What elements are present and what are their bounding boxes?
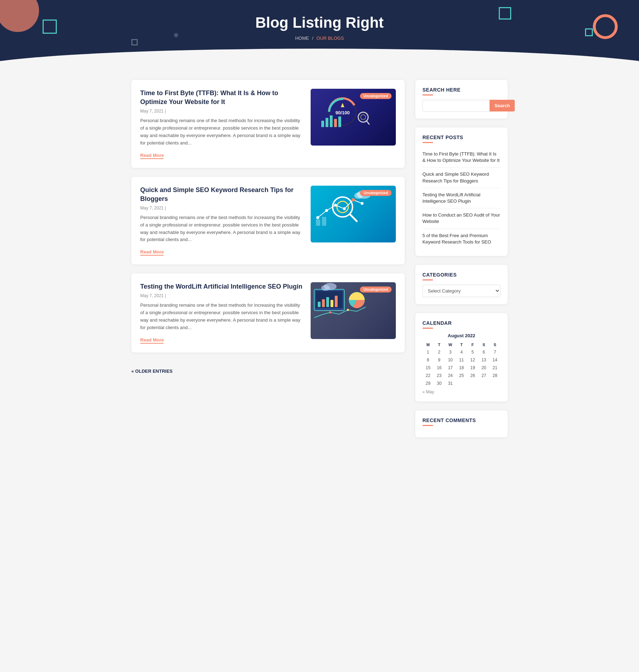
- post-1-read-more[interactable]: Read More: [140, 153, 164, 159]
- calendar-cell[interactable]: 29: [422, 379, 433, 387]
- calendar-cell[interactable]: 6: [478, 348, 489, 356]
- calendar-row: 22232425262728: [422, 372, 501, 379]
- calendar-cell[interactable]: 10: [445, 356, 456, 364]
- calendar-nav: « May: [422, 389, 501, 394]
- recent-post-link[interactable]: How to Conduct an SEO Audit of Your Webs…: [422, 212, 500, 224]
- post-1-excerpt: Personal branding remains one of the bes…: [140, 117, 304, 147]
- calendar-cell[interactable]: 15: [422, 364, 433, 372]
- calendar-cell[interactable]: 20: [478, 364, 489, 372]
- calendar-cell[interactable]: 4: [456, 348, 467, 356]
- page-title: Blog Listing Right: [0, 14, 639, 31]
- calendar-title: CALENDAR: [422, 320, 501, 329]
- calendar-cell: [467, 379, 478, 387]
- calendar-cell[interactable]: 7: [490, 348, 501, 356]
- recent-posts-list: Time to First Byte (TTFB): What It Is & …: [422, 147, 501, 249]
- calendar-cell[interactable]: 24: [445, 372, 456, 379]
- hero-header: Blog Listing Right HOME / OUR BLOGS: [0, 0, 639, 69]
- post-2-meta: May 7, 2021 |: [140, 206, 304, 211]
- calendar-header-cell: T: [433, 341, 444, 348]
- svg-point-14: [316, 216, 319, 219]
- blog-post-2: Quick and Simple SEO Keyword Research Ti…: [131, 177, 405, 265]
- svg-point-15: [325, 209, 328, 212]
- calendar-header-cell: T: [456, 341, 467, 348]
- recent-comments-widget: RECENT COMMENTS: [415, 410, 508, 437]
- post-3-excerpt: Personal branding remains one of the bes…: [140, 302, 304, 331]
- calendar-cell[interactable]: 18: [456, 364, 467, 372]
- post-2-read-more[interactable]: Read More: [140, 249, 164, 256]
- calendar-cell[interactable]: 17: [445, 364, 456, 372]
- calendar-cell: [456, 379, 467, 387]
- calendar-cell[interactable]: 9: [433, 356, 444, 364]
- calendar-cell[interactable]: 16: [433, 364, 444, 372]
- calendar-header-cell: S: [490, 341, 501, 348]
- calendar-body: 1234567891011121314151617181920212223242…: [422, 348, 501, 387]
- calendar-cell: [490, 379, 501, 387]
- calendar-cell[interactable]: 13: [478, 356, 489, 364]
- search-form: Search: [422, 100, 501, 111]
- calendar-cell[interactable]: 11: [456, 356, 467, 364]
- recent-post-link[interactable]: 5 of the Best Free and Premium Keyword R…: [422, 233, 491, 245]
- breadcrumb-home[interactable]: HOME: [295, 35, 309, 41]
- svg-rect-21: [322, 217, 326, 226]
- calendar-cell[interactable]: 31: [445, 379, 456, 387]
- calendar-cell[interactable]: 12: [467, 356, 478, 364]
- svg-rect-3: [326, 118, 328, 127]
- calendar-cell[interactable]: 27: [478, 372, 489, 379]
- post-3-title: Testing the WordLift Artificial Intellig…: [140, 282, 304, 291]
- calendar-row: 891011121314: [422, 356, 501, 364]
- post-3-badge: Uncategorized: [360, 286, 392, 293]
- svg-line-13: [350, 214, 357, 221]
- svg-point-16: [334, 204, 337, 207]
- svg-rect-26: [318, 302, 321, 307]
- recent-post-item: Quick and Simple SEO Keyword Research Ti…: [422, 168, 501, 188]
- calendar-row: 293031: [422, 379, 501, 387]
- search-button[interactable]: Search: [490, 100, 515, 111]
- calendar-cell[interactable]: 21: [490, 364, 501, 372]
- svg-rect-4: [330, 115, 333, 127]
- svg-rect-27: [322, 299, 325, 307]
- calendar-prev-link[interactable]: « May: [422, 389, 434, 394]
- calendar-cell[interactable]: 2: [433, 348, 444, 356]
- main-container: Time to First Byte (TTFB): What It Is & …: [124, 80, 515, 446]
- svg-rect-20: [316, 219, 320, 226]
- post-3-meta: May 7, 2021 |: [140, 293, 304, 298]
- recent-post-link[interactable]: Time to First Byte (TTFB): What It Is & …: [422, 151, 499, 163]
- calendar-cell[interactable]: 23: [433, 372, 444, 379]
- calendar-cell[interactable]: 22: [422, 372, 433, 379]
- calendar-cell[interactable]: 28: [490, 372, 501, 379]
- breadcrumb-current: OUR BLOGS: [316, 35, 344, 41]
- recent-post-link[interactable]: Testing the WordLift Artificial Intellig…: [422, 192, 480, 204]
- post-1-text: Time to First Byte (TTFB): What It Is & …: [140, 89, 304, 159]
- breadcrumb-separator: /: [312, 35, 313, 41]
- calendar-cell[interactable]: 5: [467, 348, 478, 356]
- search-input[interactable]: [422, 100, 490, 111]
- calendar-cell[interactable]: 25: [456, 372, 467, 379]
- calendar-row: 1234567: [422, 348, 501, 356]
- post-1-meta: May 7, 2021 |: [140, 109, 304, 114]
- recent-comments-title: RECENT COMMENTS: [422, 417, 501, 426]
- post-3-read-more[interactable]: Read More: [140, 337, 164, 344]
- recent-post-item: 5 of the Best Free and Premium Keyword R…: [422, 229, 501, 249]
- calendar-cell[interactable]: 3: [445, 348, 456, 356]
- calendar-cell[interactable]: 26: [467, 372, 478, 379]
- category-select[interactable]: Select Category: [422, 285, 501, 297]
- recent-posts-title: RECENT POSTS: [422, 135, 501, 143]
- svg-point-9: [361, 115, 366, 120]
- calendar-cell[interactable]: 19: [467, 364, 478, 372]
- older-entries-link[interactable]: « OLDER ENTRIES: [131, 368, 173, 374]
- post-1-image: Uncategorized 90/100: [311, 89, 396, 146]
- svg-rect-28: [326, 297, 329, 307]
- svg-rect-2: [321, 121, 324, 127]
- calendar-widget: CALENDAR August 2022 MTWTFSS 12345678910…: [415, 313, 508, 401]
- categories-title: CATEGORIES: [422, 272, 501, 280]
- calendar-cell[interactable]: 1: [422, 348, 433, 356]
- svg-point-19: [361, 202, 364, 205]
- calendar-cell[interactable]: 8: [422, 356, 433, 364]
- svg-line-10: [366, 121, 369, 124]
- post-3-text: Testing the WordLift Artificial Intellig…: [140, 282, 304, 343]
- recent-post-link[interactable]: Quick and Simple SEO Keyword Research Ti…: [422, 171, 489, 183]
- calendar-cell[interactable]: 14: [490, 356, 501, 364]
- calendar-cell[interactable]: 30: [433, 379, 444, 387]
- svg-point-32: [329, 311, 331, 313]
- svg-rect-6: [338, 116, 341, 127]
